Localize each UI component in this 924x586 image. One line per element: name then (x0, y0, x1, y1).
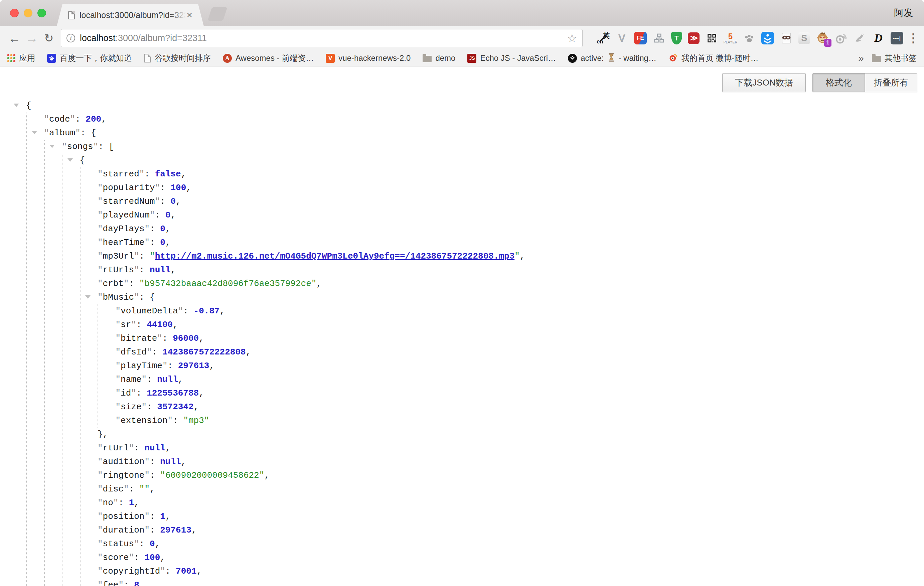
url-host: localhost (80, 33, 116, 43)
json-number: null (157, 375, 178, 385)
browser-tab[interactable]: localhost:3000/album?id=323 × (57, 4, 204, 26)
reload-button[interactable]: ↻ (44, 26, 54, 50)
bird-extension-icon[interactable] (853, 32, 866, 45)
json-string (139, 484, 150, 494)
json-key: mp3Url (97, 251, 139, 261)
toolbar: ← → ↻ i localhost:3000/album?id=32311 ☆ … (0, 26, 924, 50)
extension-badge: 1 (824, 39, 832, 47)
bookmarks-overflow-icon[interactable]: » (858, 53, 864, 64)
json-number: null (150, 265, 170, 275)
chrome-menu-icon[interactable]: ⋮ (907, 26, 919, 50)
json-number: 0 (160, 224, 165, 234)
address-bar[interactable]: i localhost:3000/album?id=32311 ☆ (61, 29, 582, 47)
collapse-toggle-icon[interactable] (50, 145, 55, 148)
json-punct: : [ (98, 142, 114, 152)
shield-t-extension-icon[interactable]: T (671, 32, 682, 45)
json-line: album: { (0, 126, 924, 140)
other-bookmarks-folder[interactable]: 其他书签 (872, 53, 917, 63)
bookmark-awesomes[interactable]: AAwesomes - 前端资… (223, 53, 314, 63)
json-key: rtUrls (97, 265, 139, 275)
json-key: crbt (97, 279, 129, 289)
json-punct: , (191, 525, 197, 535)
mp3-url-link[interactable]: http://m2.music.126.net/mO4G5dQ7WPm3Le0l… (155, 251, 515, 261)
close-window-button[interactable] (10, 9, 19, 17)
json-key: fee (97, 580, 124, 586)
json-punct: : (134, 553, 144, 563)
json-punct: : (139, 539, 150, 549)
video-speed-extension-icon[interactable]: ≫ (688, 32, 700, 44)
json-punct: : (150, 512, 160, 522)
vue-devtools-extension-icon[interactable]: V (615, 32, 629, 45)
json-key: album (44, 128, 81, 138)
json-key: bitrate (116, 333, 162, 343)
page-icon (144, 54, 151, 63)
tab-close-icon[interactable]: × (186, 10, 192, 20)
devdocs-extension-icon[interactable]: D (872, 32, 885, 45)
qrcode-extension-icon[interactable] (705, 32, 718, 45)
proxy-s-extension-icon[interactable]: S (799, 32, 810, 44)
json-key: sr (116, 320, 136, 330)
translate-extension-icon[interactable]: 英en (597, 32, 610, 45)
json-line: fee: 8, (0, 578, 924, 586)
bookmark-vue-hackernews[interactable]: Vvue-hackernews-2.0 (326, 53, 411, 63)
monkey-scripts-extension-icon[interactable]: 1 (816, 32, 829, 45)
json-punct: , (316, 279, 322, 289)
json-key: duration (97, 525, 150, 535)
json-punct: : (147, 402, 157, 412)
paw-gestures-extension-icon[interactable] (742, 32, 756, 45)
json-line: dayPlays: 0, (0, 222, 924, 236)
folder-icon (872, 56, 881, 62)
sitemap-extension-icon[interactable] (652, 32, 665, 45)
json-line: score: 100, (0, 551, 924, 565)
json-key: id (116, 388, 136, 398)
json-punct: : (147, 375, 157, 385)
json-key: no (97, 498, 118, 508)
bookmark-items: 应用百度一下，你就知道谷歌按时间排序AAwesomes - 前端资…Vvue-h… (7, 53, 759, 63)
bookmark-weibo-home[interactable]: 我的首页 微博-随时… (668, 53, 759, 63)
nutstore-sync-extension-icon[interactable] (761, 32, 774, 45)
json-key: code (44, 114, 76, 124)
zoom-window-button[interactable] (38, 9, 46, 17)
download-json-button[interactable]: 下载JSON数据 (722, 73, 806, 92)
json-line: rtUrls: null, (0, 263, 924, 277)
bookmark-demo-folder[interactable]: demo (422, 53, 455, 63)
collapse-toggle-icon[interactable] (14, 104, 19, 107)
collapse-toggle-icon[interactable] (68, 158, 73, 162)
user-agent-mask-extension-icon[interactable] (780, 32, 793, 45)
collapse-all-button[interactable]: 折叠所有 (865, 74, 917, 92)
folder-icon (422, 56, 432, 62)
json-line: volumeDelta: -0.87, (0, 304, 924, 318)
bookmark-apps[interactable]: 应用 (7, 53, 35, 63)
minimize-window-button[interactable] (24, 9, 32, 17)
json-key: playedNum (97, 210, 155, 220)
bookmark-google-by-time[interactable]: 谷歌按时间排序 (144, 53, 211, 63)
extension-icons: 英enVFET≫5PLAYERS1D•••| (597, 26, 903, 50)
json-line: copyrightId: 7001, (0, 565, 924, 578)
json-line: disc: , (0, 482, 924, 496)
profile-name[interactable]: 阿发 (894, 0, 913, 26)
fehelper-extension-icon[interactable]: FE (634, 32, 647, 45)
new-tab-button[interactable] (208, 7, 228, 21)
page-info-icon[interactable]: i (66, 34, 75, 43)
browser-window: { "window": { "profile_name": "阿发" }, "t… (0, 0, 924, 586)
json-punct: , (165, 512, 171, 522)
bookmark-label: 我的首页 微博-随时… (681, 53, 759, 63)
back-button[interactable]: ← (8, 26, 21, 50)
collapse-toggle-icon[interactable] (32, 131, 37, 134)
collapse-toggle-icon[interactable] (85, 295, 91, 299)
json-punct: : (75, 114, 86, 124)
json-punct: , (160, 553, 165, 563)
json-number: 297613 (178, 361, 210, 371)
bookmark-star-icon[interactable]: ☆ (567, 32, 577, 45)
bookmark-echo-js[interactable]: JSEcho JS - JavaScri… (467, 53, 556, 63)
bookmark-baidu[interactable]: 百度一下，你就知道 (47, 53, 132, 63)
bookmark-active-waiting[interactable]: active:- waiting… (568, 53, 657, 63)
page-content: 下载JSON数据 格式化 折叠所有 {code: 200,album: {son… (0, 67, 924, 586)
html5-player-extension-icon[interactable]: 5PLAYER (724, 32, 737, 45)
json-key: dayPlays (97, 224, 150, 234)
weibo-share-extension-icon[interactable] (835, 32, 848, 45)
json-line: bitrate: 96000, (0, 332, 924, 345)
format-button[interactable]: 格式化 (813, 74, 865, 92)
password-dots-extension-icon[interactable]: •••| (891, 32, 903, 45)
url-text[interactable]: localhost:3000/album?id=32311 (80, 33, 207, 43)
